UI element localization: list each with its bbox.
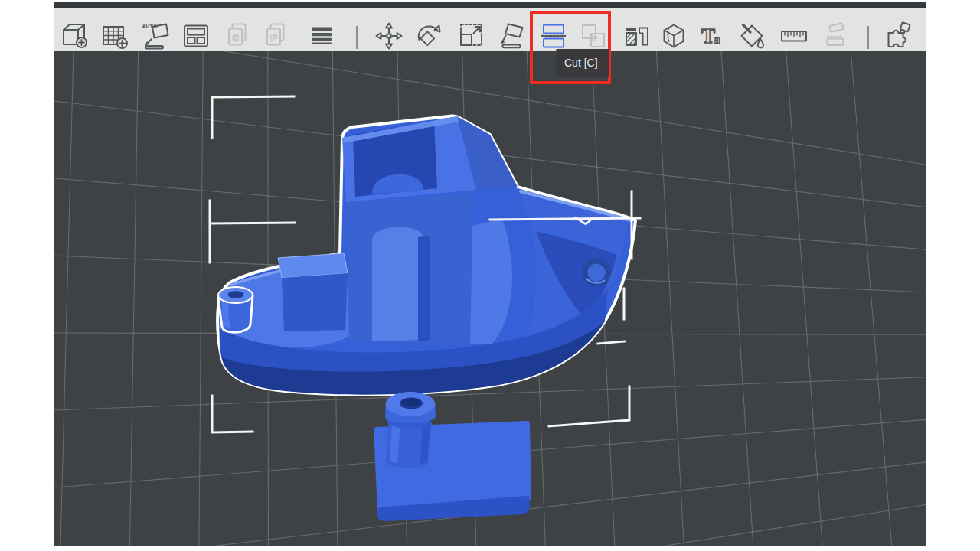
grid-line [60,51,74,546]
add-plate-button[interactable] [100,21,130,51]
auto-orient-button[interactable]: AUTO [140,21,171,51]
model-plate-with-pin[interactable] [377,392,528,519]
text-tool-button[interactable]: T a [697,21,727,51]
grid-line [199,51,203,546]
paint-diamond-icon [737,21,767,51]
arrange-button[interactable] [181,21,211,51]
seam-painting-button[interactable] [658,21,689,51]
svg-text:P: P [270,32,278,44]
bracket-top-left [212,96,294,138]
grid-line [786,51,823,546]
boat-cabin-arch [372,227,424,341]
grid-line [851,51,892,546]
svg-text:a: a [714,33,720,46]
text-letters-icon: T a [697,21,727,51]
move-button[interactable] [374,21,404,51]
rotate-arrow-icon [413,21,444,51]
cube-add-icon [59,21,90,51]
svg-text:T: T [701,24,715,47]
tooltip-label: Cut [C] [564,57,598,69]
exploded-assembly-button [820,21,851,51]
measure-button[interactable] [779,21,809,51]
move-arrows-icon [374,21,404,51]
boat-cargo-box-front [282,273,348,331]
app-window: AUTO 0 P T a [0,0,980,551]
boat-pipe-hole [228,291,244,298]
toolbar-separator [356,26,358,49]
toolbar-separator [867,26,869,49]
tooltip: Cut [C] [556,49,609,77]
svg-text:0: 0 [232,32,239,44]
add-object-button[interactable] [59,21,90,51]
split-to-objects-button: 0 [224,21,254,51]
document-letter-icon: P [262,21,292,51]
rotate-button[interactable] [413,21,444,51]
support-hatch-icon [622,21,652,51]
grid-add-icon [100,21,130,51]
scale-box-icon [456,21,486,51]
viewport-3d[interactable] [54,51,926,546]
lay-on-face-button[interactable] [497,21,528,51]
assemble-button[interactable] [882,21,913,51]
split-to-parts-button: P [262,21,292,51]
window-top-strip [54,2,926,8]
document-letter-icon: 0 [224,21,254,51]
auto-orient-icon: AUTO [140,21,171,51]
bracket-bottom-right [549,386,629,426]
grid-line [721,51,753,546]
grid-line [129,51,138,546]
arrange-icon [181,21,211,51]
toolbar: AUTO 0 P T a [54,8,926,51]
bracket-mid-left [210,201,295,262]
boat-cabin-arch-pillar [418,236,430,341]
lay-on-face-icon [497,21,528,51]
pin-hole-shadow [402,398,421,407]
model-benchy-boat[interactable] [217,116,635,395]
variable-layer-height-button[interactable] [306,21,337,51]
puzzle-icon [882,21,913,51]
scale-button[interactable] [456,21,486,51]
color-painting-button[interactable] [737,21,767,51]
exploded-parts-icon [820,21,851,51]
grid-line [656,51,684,546]
bracket-bottom-left [212,396,253,432]
cube-seam-icon [658,21,689,51]
layer-bars-icon [306,21,337,51]
boat-porthole [588,264,606,282]
ruler-icon [779,21,809,51]
paint-support-button[interactable] [622,21,652,51]
